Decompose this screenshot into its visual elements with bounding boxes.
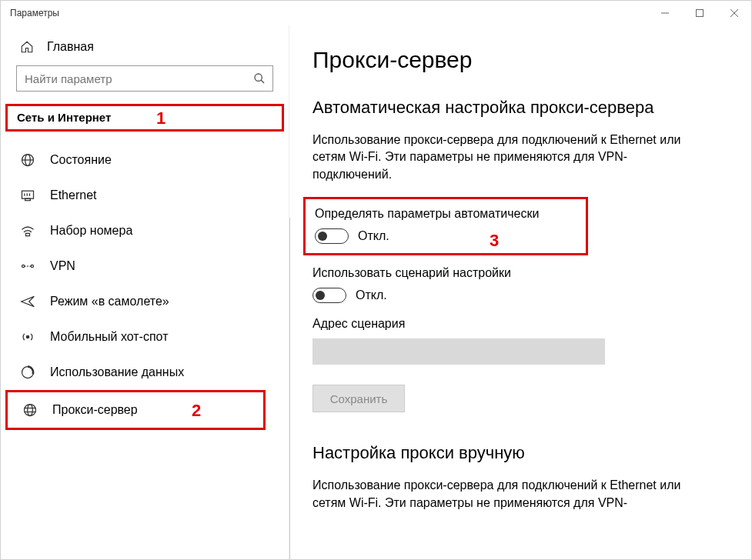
annotation-number-2: 2: [192, 401, 201, 421]
annotation-number-3: 3: [490, 231, 499, 251]
use-script-toggle-row: Откл.: [312, 288, 728, 303]
annotation-box-1: Сеть и Интернет: [5, 104, 284, 132]
annotation-number-1: 1: [156, 108, 165, 128]
auto-detect-toggle-row: Откл.: [315, 228, 577, 244]
sidebar-item-label: Мобильный хот-спот: [50, 330, 168, 344]
search-box[interactable]: [16, 65, 273, 92]
sidebar-item-label: Прокси-сервер: [52, 403, 138, 417]
ethernet-icon: [19, 187, 36, 204]
search-input[interactable]: [17, 72, 246, 85]
sidebar-item-status[interactable]: Состояние: [1, 142, 289, 178]
sidebar-item-airplane[interactable]: Режим «в самолете»: [1, 284, 289, 319]
save-button[interactable]: Сохранить: [312, 385, 405, 412]
manual-section-title: Настройка прокси вручную: [312, 443, 728, 463]
titlebar: Параметры: [1, 1, 751, 25]
vpn-icon: [19, 258, 36, 275]
globe-icon: [19, 152, 36, 168]
airplane-icon: [19, 293, 36, 310]
sidebar-item-ethernet[interactable]: Ethernet: [1, 178, 289, 213]
sidebar-item-label: Использование данных: [50, 365, 184, 379]
use-script-state: Откл.: [356, 288, 387, 302]
auto-detect-toggle[interactable]: [315, 228, 349, 244]
sidebar-item-label: Набор номера: [50, 224, 132, 238]
svg-rect-9: [22, 191, 34, 198]
datausage-icon: [19, 364, 36, 381]
home-icon: [19, 39, 35, 55]
search-wrap: [1, 65, 289, 104]
sidebar-item-dialup[interactable]: Набор номера: [1, 213, 289, 248]
sidebar-item-hotspot[interactable]: Мобильный хот-спот: [1, 319, 289, 355]
dialup-icon: [19, 222, 36, 239]
svg-point-18: [26, 335, 28, 338]
sidebar-item-proxy[interactable]: Прокси-сервер: [8, 392, 263, 428]
save-button-label: Сохранить: [330, 392, 388, 405]
sidebar-item-label: Режим «в самолете»: [50, 295, 169, 308]
svg-rect-1: [696, 10, 703, 17]
content: Прокси-сервер Автоматическая настройка п…: [289, 25, 751, 559]
auto-section-title: Автоматическая настройка прокси-сервера: [312, 98, 728, 118]
svg-rect-14: [26, 233, 30, 235]
auto-section-desc: Использование прокси-сервера для подключ…: [312, 132, 697, 183]
use-script-toggle[interactable]: [312, 288, 346, 303]
hotspot-icon: [19, 328, 36, 345]
window-body: Главная Сеть и Интернет 1: [1, 25, 751, 559]
use-script-label: Использовать сценарий настройки: [312, 266, 728, 280]
svg-point-16: [31, 265, 33, 267]
settings-window: Параметры Главная: [0, 0, 752, 560]
sidebar-item-label: Ethernet: [50, 188, 96, 202]
svg-point-4: [255, 74, 262, 81]
script-address-label: Адрес сценария: [312, 317, 728, 331]
search-icon: [246, 66, 272, 91]
svg-point-21: [28, 405, 33, 416]
svg-rect-10: [25, 198, 31, 201]
home-nav[interactable]: Главная: [1, 33, 289, 65]
sidebar-items: Состояние Ethernet Набор номера VPN Режи…: [1, 139, 289, 430]
annotation-box-2: Прокси-сервер: [5, 390, 266, 430]
script-address-input[interactable]: [312, 338, 605, 365]
manual-section-desc: Использование прокси-сервера для подключ…: [312, 477, 697, 512]
sidebar: Главная Сеть и Интернет 1: [1, 25, 289, 559]
window-title: Параметры: [10, 8, 59, 18]
auto-detect-label: Определять параметры автоматически: [315, 207, 577, 221]
proxy-icon: [22, 402, 38, 418]
minimize-button[interactable]: [647, 1, 682, 25]
sidebar-item-label: Состояние: [50, 153, 112, 167]
page-title: Прокси-сервер: [312, 47, 728, 73]
titlebar-buttons: [647, 1, 751, 25]
sidebar-item-vpn[interactable]: VPN: [1, 248, 289, 284]
svg-point-15: [22, 265, 25, 267]
sidebar-item-label: VPN: [50, 259, 75, 273]
sidebar-item-datausage[interactable]: Использование данных: [1, 355, 289, 390]
close-button[interactable]: [717, 1, 751, 25]
auto-detect-state: Откл.: [358, 229, 389, 243]
svg-line-5: [261, 80, 264, 83]
maximize-button[interactable]: [682, 1, 717, 25]
svg-point-20: [25, 405, 36, 416]
category-header: Сеть и Интернет: [17, 111, 111, 124]
annotation-box-3: Определять параметры автоматически Откл.: [303, 197, 588, 255]
home-label: Главная: [47, 40, 94, 54]
